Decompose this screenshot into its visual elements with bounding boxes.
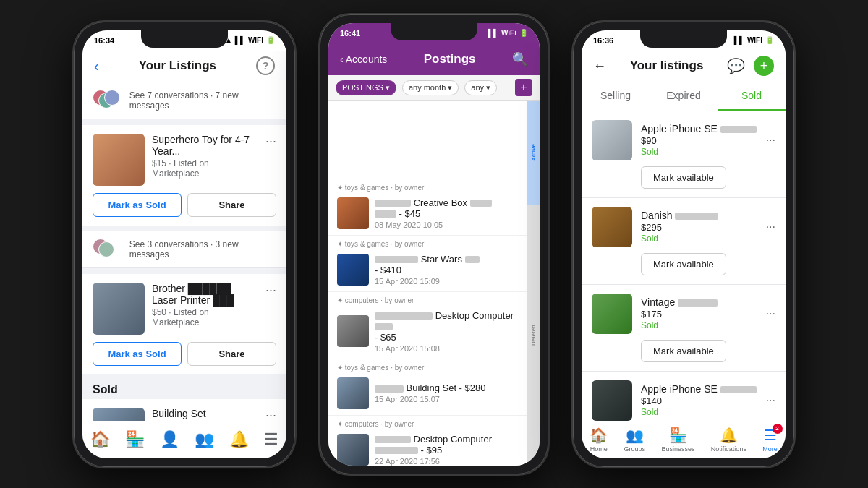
mark-available-button-3[interactable]: Mark available [641, 340, 726, 362]
sold-listing-info: Building Set $280 per item · Listed on M… [152, 408, 258, 421]
sold-listing-1: Apple iPhone SE $90 Sold ··· Mark availa… [582, 111, 786, 198]
sold-name-2: Danish [641, 210, 757, 221]
nav-notifications-1[interactable]: 🔔 [229, 430, 249, 449]
listing-title-2: Brother ██████ Laser Printer ███ [152, 283, 258, 306]
filter-category[interactable]: any ▾ [464, 80, 497, 95]
back-button-1[interactable]: ‹ [94, 58, 99, 74]
time-3: 16:36 [593, 36, 613, 45]
tab-sold[interactable]: Sold [718, 82, 786, 111]
active-status-bar: Active [527, 101, 540, 205]
sold-listing-title: Building Set [152, 408, 258, 419]
screen3-content: Apple iPhone SE $90 Sold ··· Mark availa… [582, 111, 786, 421]
sold-img-1 [592, 120, 632, 160]
listing-dots-2[interactable]: ··· [265, 283, 276, 298]
nav-groups-3[interactable]: 👥 Groups [624, 427, 646, 453]
posting-title-1: Creative Box [375, 197, 492, 208]
posting-title-5: Desktop Computer - $95 [375, 434, 518, 455]
mark-available-button-2[interactable]: Mark available [641, 253, 726, 275]
filter-postings[interactable]: POSTINGS ▾ [336, 80, 396, 95]
posting-item-3[interactable]: Desktop Computer - $65 15 Apr 2020 15:08 [328, 306, 527, 359]
notch-3 [640, 30, 727, 48]
help-button-1[interactable]: ? [256, 56, 275, 75]
sold-item-row-1: Apple iPhone SE $90 Sold ··· [592, 120, 775, 160]
phone-1-screen: 16:34 ▲ ▌▌ WiFi 🔋 ‹ Your Listings ? [82, 30, 286, 458]
nav-more-3[interactable]: ☰ More [762, 427, 778, 453]
phone-2-outer: 16:41 ← Search ▌▌ WiFi 🔋 ‹ Accounts Post… [318, 13, 550, 476]
bottom-nav-3: 🏠 Home 👥 Groups 🏪 Businesses 🔔 Notificat… [582, 421, 786, 458]
nav-home-3[interactable]: 🏠 Home [590, 427, 608, 453]
sold-item-row-2: Danish $295 Sold ··· [592, 207, 775, 247]
conversation-banner-2[interactable]: See 3 conversations · 3 new messages [82, 231, 286, 268]
listing-item-1: Superhero Toy for 4-7 Year... $15 · List… [93, 134, 276, 186]
notch-2 [391, 23, 477, 40]
phone-2-screen: 16:41 ← Search ▌▌ WiFi 🔋 ‹ Accounts Post… [328, 23, 540, 466]
status-icons-3: ▌▌ WiFi 🔋 [734, 36, 774, 44]
nav-businesses-3[interactable]: 🏪 Businesses [661, 427, 694, 453]
notch-1 [141, 30, 228, 48]
sold-info-2: Danish $295 Sold [641, 210, 757, 244]
posting-item-5[interactable]: Desktop Computer - $95 22 Apr 2020 17:56 [328, 429, 527, 466]
posting-category-4: ✦ toys & games · by owner [328, 359, 527, 373]
posting-date-2: 15 Apr 2020 15:09 [375, 277, 480, 286]
nav-profile-1[interactable]: 👤 [160, 430, 179, 449]
share-button-2[interactable]: Share [187, 342, 276, 366]
conversation-banner-1[interactable]: See 7 conversations · 7 new messages [82, 82, 286, 119]
listing-item-2: Brother ██████ Laser Printer ███ $50 · L… [93, 283, 276, 335]
filter-bar: POSTINGS ▾ any month ▾ any ▾ + [328, 75, 540, 101]
nav-marketplace-1[interactable]: 🏪 [125, 430, 145, 449]
posting-item-1[interactable]: Creative Box - $45 08 May 2020 10:05 [328, 193, 527, 236]
sold-dots-3[interactable]: ··· [766, 307, 775, 320]
sold-badge-4: Sold [641, 407, 757, 417]
nav-bar-3: ← Your listings 💬 + [582, 51, 786, 82]
mark-as-sold-button-1[interactable]: Mark as Sold [93, 193, 182, 217]
tab-expired[interactable]: Expired [650, 82, 718, 111]
sold-dots-4[interactable]: ··· [766, 394, 775, 407]
posting-item-4[interactable]: Building Set - $280 15 Apr 2020 15:07 [328, 373, 527, 416]
sold-img-2 [592, 207, 632, 247]
posting-date-5: 22 Apr 2020 17:56 [375, 457, 518, 466]
posting-price-3: - $65 [375, 332, 518, 343]
phones-container: 16:34 ▲ ▌▌ WiFi 🔋 ‹ Your Listings ? [0, 0, 868, 488]
tab-selling[interactable]: Selling [582, 82, 650, 111]
posting-category-1: ✦ toys & games · by owner [328, 179, 527, 193]
sold-badge-1: Sold [641, 147, 757, 157]
sold-listing-dots[interactable]: ··· [265, 408, 276, 421]
action-btns-1: Mark as Sold Share [93, 193, 276, 217]
sold-name-1: Apple iPhone SE [641, 123, 757, 134]
nav-bar-2: ‹ Accounts Postings 🔍 [328, 43, 540, 75]
accounts-back[interactable]: ‹ Accounts [340, 53, 387, 65]
filter-during[interactable]: any month ▾ [402, 80, 459, 95]
share-button-1[interactable]: Share [187, 193, 276, 217]
nav-icons-3: 💬 + [727, 56, 774, 76]
listing-title-1: Superhero Toy for 4-7 Year... [152, 134, 258, 157]
mark-available-button-1[interactable]: Mark available [641, 166, 726, 189]
sold-img-4 [592, 380, 632, 421]
tabs-bar-3: Selling Expired Sold [582, 82, 786, 111]
nav-groups-1[interactable]: 👥 [195, 430, 214, 449]
nav-home-1[interactable]: 🏠 [90, 430, 110, 449]
sold-badge-2: Sold [641, 234, 757, 244]
avatar-5 [98, 241, 114, 257]
posting-item-2[interactable]: Star Wars - $410 15 Apr 2020 15:09 [328, 249, 527, 292]
listing-dots-1[interactable]: ··· [265, 134, 276, 149]
chat-icon-3[interactable]: 💬 [727, 57, 745, 74]
search-icon-2[interactable]: 🔍 [512, 51, 528, 67]
sold-info-1: Apple iPhone SE $90 Sold [641, 123, 757, 157]
listing-card-2: Brother ██████ Laser Printer ███ $50 · L… [82, 274, 286, 374]
sold-dots-1[interactable]: ··· [766, 134, 775, 147]
add-posting-button[interactable]: + [515, 79, 532, 96]
more-icon: ☰ [764, 427, 777, 444]
mark-as-sold-button-2[interactable]: Mark as Sold [93, 342, 182, 366]
phone-3-screen: 16:36 ▌▌ WiFi 🔋 ← Your listings 💬 + [582, 30, 786, 458]
add-listing-button[interactable]: + [754, 56, 774, 76]
sold-dots-2[interactable]: ··· [766, 221, 775, 234]
bottom-nav-1: 🏠 🏪 👤 👥 🔔 ☰ [82, 421, 286, 458]
posting-title-2: Star Wars [375, 254, 480, 265]
sold-item-row-3: Vintage $175 Sold ··· [592, 294, 775, 334]
nav-notifications-3[interactable]: 🔔 Notifications [711, 427, 746, 453]
back-button-3[interactable]: ← [593, 59, 606, 74]
phone-1: 16:34 ▲ ▌▌ WiFi 🔋 ‹ Your Listings ? [72, 20, 297, 468]
listing-price-2: $50 · Listed on Marketplace [152, 307, 258, 328]
nav-menu-1[interactable]: ☰ [264, 430, 278, 449]
sold-listing-4: Apple iPhone SE $140 Sold ··· Mark avail… [582, 372, 786, 421]
